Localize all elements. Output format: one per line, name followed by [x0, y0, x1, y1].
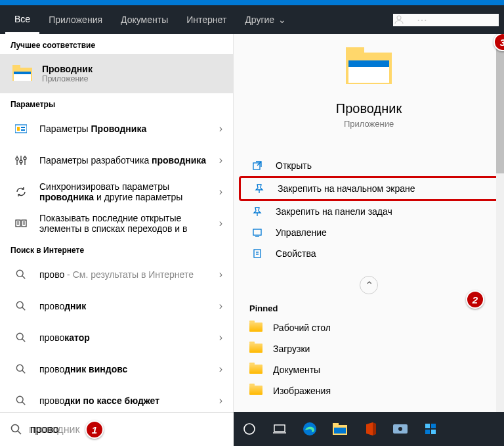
sync-icon: [10, 181, 32, 202]
chevron-right-icon: ›: [219, 217, 222, 229]
action-manage[interactable]: Управление: [239, 222, 499, 243]
pinned-header: Pinned: [234, 300, 504, 317]
svg-line-24: [22, 307, 25, 310]
annotation-badge-2: 2: [466, 290, 484, 309]
action-properties[interactable]: Свойства: [239, 243, 499, 264]
explorer-taskbar-icon[interactable]: [332, 421, 348, 437]
feedback-icon[interactable]: [393, 14, 405, 26]
search-icon: [10, 359, 32, 380]
svg-point-0: [397, 16, 401, 20]
svg-rect-4: [14, 72, 31, 74]
pinned-item-2[interactable]: Документы: [234, 359, 504, 380]
settings-taskbar-icon[interactable]: [392, 421, 408, 437]
manage-icon: [251, 227, 264, 238]
tab-apps[interactable]: Приложения: [39, 5, 112, 34]
svg-rect-51: [334, 428, 346, 434]
svg-point-27: [16, 365, 23, 371]
svg-line-28: [22, 370, 25, 373]
edge-icon[interactable]: [302, 421, 318, 437]
pinned-item-3[interactable]: Изображения: [234, 380, 504, 401]
search-icon: [10, 424, 22, 435]
svg-rect-2: [12, 65, 20, 69]
pin-taskbar-icon: [251, 206, 264, 217]
pinned-item-0[interactable]: Рабочий стол: [234, 317, 504, 338]
result-settings-1[interactable]: Параметры разработчика проводника ›: [0, 145, 233, 176]
explorer-icon: [10, 62, 34, 85]
svg-rect-8: [21, 129, 25, 131]
cortana-icon[interactable]: [242, 421, 257, 437]
svg-line-30: [22, 402, 25, 405]
result-settings-2[interactable]: Синхронизировать параметры проводника и …: [0, 176, 233, 208]
pinned-item-1[interactable]: Загрузки: [234, 338, 504, 359]
annotation-badge-1: 1: [85, 420, 104, 439]
result-web-2[interactable]: провокатор›: [0, 322, 233, 353]
folder-icon: [249, 344, 262, 354]
svg-point-25: [16, 333, 23, 340]
svg-rect-40: [254, 250, 261, 257]
settings-icon: [10, 118, 32, 139]
svg-rect-56: [425, 430, 430, 434]
properties-icon: [251, 248, 264, 259]
svg-line-26: [22, 339, 25, 342]
search-icon: [10, 390, 32, 411]
svg-rect-5: [15, 125, 27, 133]
search-icon: [10, 264, 32, 285]
result-settings-3[interactable]: Показывать последние открытые элементы в…: [0, 208, 233, 239]
svg-line-44: [18, 431, 21, 434]
svg-rect-7: [21, 127, 25, 128]
svg-rect-55: [431, 424, 436, 428]
tab-all[interactable]: Все: [5, 5, 39, 34]
scrollbar[interactable]: [496, 34, 504, 412]
svg-point-14: [24, 157, 26, 160]
dev-settings-icon: [10, 150, 32, 171]
result-web-3[interactable]: проводник виндовс›: [0, 353, 233, 385]
svg-point-23: [16, 301, 23, 308]
folder-icon: [249, 365, 262, 375]
svg-point-45: [244, 424, 255, 434]
result-web-0[interactable]: прово - См. результаты в Интернете›: [0, 259, 233, 290]
details-panel: Проводник Приложение Открыть Закрепить н…: [234, 34, 504, 412]
chevron-right-icon: ›: [219, 123, 222, 135]
action-pin-taskbar[interactable]: Закрепить на панели задач: [239, 201, 499, 222]
svg-rect-6: [17, 127, 20, 131]
chevron-down-icon: ⌄: [278, 14, 286, 25]
folder-icon: [249, 386, 262, 396]
more-icon[interactable]: ⋯: [417, 14, 427, 26]
svg-point-29: [16, 396, 23, 403]
tab-internet[interactable]: Интернет: [177, 5, 236, 34]
section-best-match: Лучшее соответствие: [0, 34, 233, 54]
pin-icon: [253, 183, 266, 194]
tab-more[interactable]: Другие⌄: [236, 5, 295, 34]
result-subtitle: Приложение: [42, 74, 222, 83]
action-open[interactable]: Открыть: [239, 155, 499, 176]
section-web: Поиск в Интернете: [0, 239, 233, 259]
tab-docs[interactable]: Документы: [112, 5, 177, 34]
svg-point-12: [20, 160, 22, 163]
result-settings-0[interactable]: Параметры Проводника ›: [0, 113, 233, 145]
svg-point-21: [16, 270, 23, 277]
result-top-explorer[interactable]: Проводник Приложение: [0, 54, 233, 93]
collapse-button[interactable]: ⌃: [360, 276, 378, 294]
svg-rect-50: [333, 423, 339, 426]
search-box[interactable]: проводник 1: [0, 412, 234, 446]
jumplist-icon: [10, 213, 32, 234]
svg-rect-36: [348, 60, 389, 67]
result-web-1[interactable]: проводник›: [0, 290, 233, 322]
result-title: Проводник: [42, 64, 222, 74]
app-icon[interactable]: [423, 421, 438, 437]
svg-point-53: [398, 427, 402, 431]
search-icon: [10, 327, 32, 348]
chevron-right-icon: ›: [219, 300, 222, 312]
office-icon[interactable]: [362, 421, 378, 437]
svg-rect-54: [425, 424, 430, 428]
action-pin-start[interactable]: Закрепить на начальном экране 3: [239, 176, 499, 201]
chevron-right-icon: ›: [219, 395, 222, 407]
search-input[interactable]: [30, 424, 223, 435]
svg-point-43: [12, 424, 19, 432]
svg-rect-34: [346, 47, 364, 55]
taskview-icon[interactable]: [272, 421, 287, 437]
search-tabs: Все Приложения Документы Интернет Другие…: [0, 5, 504, 34]
result-web-4[interactable]: проводки по кассе бюджет›: [0, 385, 233, 412]
results-panel: Лучшее соответствие Проводник Приложение…: [0, 34, 234, 412]
chevron-right-icon: ›: [219, 186, 222, 198]
